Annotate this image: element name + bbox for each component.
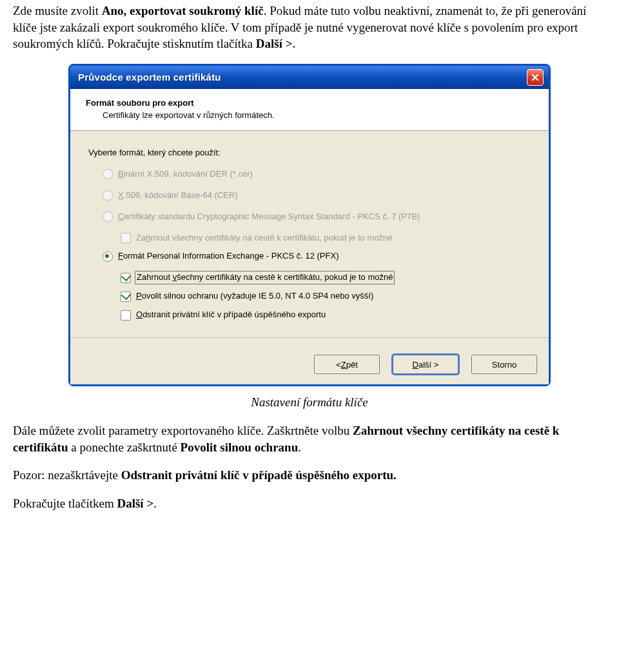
checkbox-label: Povolit silnou ochranu (vyžaduje IE 5.0,…: [136, 291, 373, 302]
text-bold: Další >: [117, 497, 153, 510]
radio-base64: X.509, kódování Base-64 (CER): [103, 190, 531, 201]
checkbox-delete-private-key[interactable]: Odstranit privátní klíč v případě úspěšn…: [121, 310, 531, 321]
content-lead: Vyberte formát, který chcete použít:: [88, 148, 531, 157]
text: Zde musíte zvolit: [13, 4, 102, 17]
radio-der: Binární X.509, kódování DER (*.cer): [103, 169, 531, 180]
wizard-buttons: < Zpět Další > Storno: [70, 337, 549, 384]
radio-pkcs7: Certifikáty standardu Cryptographic Mess…: [103, 212, 531, 222]
wizard-body: Formát souboru pro export Certifikáty lz…: [70, 89, 549, 384]
text-bold: Povolit silnou ochranu: [181, 440, 299, 454]
wizard-header-subtitle: Certifikáty lze exportovat v různých for…: [103, 110, 533, 120]
window-title: Průvodce exportem certifikátu: [78, 72, 527, 83]
paragraph-3: Pozor: nezaškrtávejte Odstranit privátní…: [13, 467, 606, 484]
checkbox-label: Odstranit privátní klíč v případě úspěšn…: [136, 310, 326, 321]
next-button[interactable]: Další >: [393, 355, 458, 374]
checkbox-strong-protection[interactable]: Povolit silnou ochranu (vyžaduje IE 5.0,…: [121, 291, 531, 302]
text-bold: Ano, exportovat soukromý klíč: [102, 4, 264, 17]
radio-icon: [103, 252, 113, 262]
checkbox-icon: [121, 310, 131, 321]
text-bold: Odstranit privátní klíč v případě úspěšn…: [121, 468, 397, 482]
text: .: [293, 37, 296, 50]
radio-label: Certifikáty standardu Cryptographic Mess…: [118, 212, 420, 222]
checkbox-icon: [121, 233, 131, 243]
radio-icon: [103, 190, 113, 201]
text: .: [298, 440, 301, 454]
radio-label: X.509, kódování Base-64 (CER): [118, 190, 238, 201]
back-button[interactable]: < Zpět: [314, 355, 380, 374]
titlebar: Průvodce exportem certifikátu: [70, 66, 549, 89]
checkbox-pkcs7-include: Zahrnout všechny certifikáty na cestě k …: [121, 233, 531, 244]
text-bold: Další >: [256, 37, 293, 50]
radio-label: Formát Personal Information Exchange - P…: [118, 251, 339, 262]
checkbox-include-chain[interactable]: Zahrnout všechny certifikáty na cestě k …: [121, 272, 531, 283]
paragraph-2: Dále můžete zvolit parametry exportované…: [13, 422, 606, 455]
checkbox-icon: [121, 292, 131, 302]
radio-pfx[interactable]: Formát Personal Information Exchange - P…: [103, 251, 531, 262]
checkbox-icon: [121, 273, 131, 283]
checkbox-label: Zahrnout všechny certifikáty na cestě k …: [136, 233, 392, 244]
close-button[interactable]: [527, 69, 544, 86]
paragraph-4: Pokračujte tlačítkem Další >.: [13, 495, 606, 512]
radio-icon: [103, 169, 113, 179]
wizard-content: Vyberte formát, který chcete použít: Bin…: [70, 131, 549, 337]
wizard-header: Formát souboru pro export Certifikáty lz…: [70, 89, 549, 131]
figure-caption: Nastavení formátu klíče: [13, 395, 606, 410]
text: Pokračujte tlačítkem: [13, 497, 117, 510]
text: Pozor: nezaškrtávejte: [13, 468, 121, 482]
wizard-dialog: Průvodce exportem certifikátu Formát sou…: [68, 64, 551, 386]
radio-icon: [103, 212, 113, 222]
wizard-header-title: Formát souboru pro export: [86, 98, 533, 108]
text: a ponechte zaškrtnuté: [68, 440, 180, 454]
close-icon: [531, 74, 539, 81]
radio-label: Binární X.509, kódování DER (*.cer): [118, 169, 253, 180]
text: Dále můžete zvolit parametry exportované…: [13, 424, 353, 437]
intro-paragraph: Zde musíte zvolit Ano, exportovat soukro…: [13, 3, 606, 52]
checkbox-label: Zahrnout všechny certifikáty na cestě k …: [136, 272, 393, 283]
cancel-button[interactable]: Storno: [471, 355, 537, 374]
text: .: [153, 497, 157, 510]
